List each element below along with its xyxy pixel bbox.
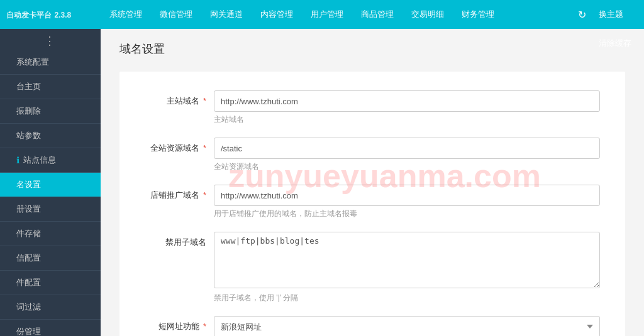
form-row: 全站资源域名 *全站资源域名 [145,138,600,172]
shorturl-select[interactable]: 新浪短网址百度短网址自定义 [214,316,600,336]
brand: 自动发卡平台 2.3.8 [6,9,101,21]
sidebar-item-label: 振删除 [16,106,41,116]
form-label: 短网址功能 * [145,316,214,332]
sidebar-item-label: 信配置 [16,253,41,263]
sidebar-item[interactable]: 词过滤 [0,295,101,320]
topbar-right-item[interactable]: 换主题 [592,0,638,29]
topnav-item[interactable]: 用户管理 [302,0,352,29]
form-row: 禁用子域名www|ftp|bbs|blog|tes禁用子域名，使用 '|' 分隔 [145,232,600,303]
required-marker: * [201,143,206,153]
sidebar-item-label: 件配置 [16,278,41,287]
topbar-right-item[interactable]: 清除缓存 [592,29,638,58]
required-marker: * [201,322,206,331]
sidebar-item-label: 份管理 [16,327,41,336]
topnav-item[interactable]: 商品管理 [352,0,402,29]
topnav: 系统管理微信管理网关通道内容管理用户管理商品管理交易明细财务管理 [101,0,572,29]
sidebar-item[interactable]: 名设置 [0,173,101,197]
sidebar: ⋮ 系统配置台主页振删除站参数ℹ站点信息名设置册设置件存储信配置件配置词过滤份管… [0,29,101,336]
form-field: 全站资源域名 [214,138,600,172]
sidebar-item[interactable]: 系统配置 [0,50,101,75]
form-label: 全站资源域名 * [145,138,214,154]
form-row: 主站域名 *主站域名 [145,90,600,125]
form-container: 主站域名 *主站域名全站资源域名 *全站资源域名店铺推广域名 *用于店铺推广使用… [119,72,625,336]
topnav-item[interactable]: 财务管理 [453,0,503,29]
topbar: 自动发卡平台 2.3.8 系统管理微信管理网关通道内容管理用户管理商品管理交易明… [0,0,644,29]
required-marker: * [201,96,206,106]
sidebar-item[interactable]: 件配置 [0,271,101,295]
form-row: 短网址功能 *新浪短网址百度短网址自定义 [145,316,600,336]
sidebar-item[interactable]: 信配置 [0,246,101,271]
topnav-item[interactable]: 交易明细 [402,0,453,29]
sidebar-item[interactable]: 件存储 [0,222,101,246]
form-hint: 全站资源域名 [214,161,600,172]
sidebar-item[interactable]: 振删除 [0,99,101,124]
sidebar-item-label: 册设置 [16,204,41,214]
sidebar-item[interactable]: 台主页 [0,75,101,99]
banned-subdomain-input[interactable]: www|ftp|bbs|blog|tes [214,232,600,288]
main-content: 域名设置 主站域名 *主站域名全站资源域名 *全站资源域名店铺推广域名 *用于店… [101,29,644,336]
sidebar-item[interactable]: ℹ站点信息 [0,148,101,173]
sidebar-item-label: 站参数 [16,131,41,140]
form-field: 用于店铺推广使用的域名，防止主域名报毒 [214,185,600,219]
form-label: 主站域名 * [145,90,214,107]
form-label: 店铺推广域名 * [145,185,214,201]
form-field: 主站域名 [214,90,600,125]
layout: ⋮ 系统配置台主页振删除站参数ℹ站点信息名设置册设置件存储信配置件配置词过滤份管… [0,29,644,336]
info-icon: ℹ [16,155,19,165]
sidebar-item-label: 词过滤 [16,302,41,312]
sidebar-item-label: 系统配置 [16,57,49,67]
refresh-icon: ↻ [578,9,586,21]
topnav-item[interactable]: 微信管理 [151,0,201,29]
resource-domain-input[interactable] [214,138,600,159]
brand-version: 2.3.8 [54,11,71,19]
sidebar-dots[interactable]: ⋮ [0,29,101,50]
topnav-item[interactable]: 系统管理 [101,0,151,29]
sidebar-item-label: 名设置 [16,180,41,189]
form-field: www|ftp|bbs|blog|tes禁用子域名，使用 '|' 分隔 [214,232,600,303]
topnav-item[interactable]: 内容管理 [252,0,302,29]
topnav-item[interactable]: 网关通道 [201,0,252,29]
sidebar-item[interactable]: 份管理 [0,320,101,336]
required-marker: * [201,190,206,200]
sidebar-item[interactable]: 册设置 [0,197,101,222]
form-hint: 禁用子域名，使用 '|' 分隔 [214,293,600,303]
page-title: 域名设置 [119,41,625,57]
sidebar-item-label: 件存储 [16,229,41,238]
topbar-right: ↻ 首页换主题清除缓存 [572,0,644,58]
brand-name: 自动发卡平台 [6,11,52,19]
form-label: 禁用子域名 [145,232,214,248]
promo-domain-input[interactable] [214,185,600,206]
sidebar-item[interactable]: 站参数 [0,124,101,148]
form-hint: 用于店铺推广使用的域名，防止主域名报毒 [214,209,600,219]
form-field: 新浪短网址百度短网址自定义 [214,316,600,336]
form-row: 店铺推广域名 *用于店铺推广使用的域名，防止主域名报毒 [145,185,600,219]
refresh-button[interactable]: ↻ [572,0,592,29]
sidebar-item-label: 站点信息 [23,154,56,166]
form-hint: 主站域名 [214,114,600,125]
main-domain-input[interactable] [214,90,600,112]
sidebar-item-label: 台主页 [16,82,41,91]
